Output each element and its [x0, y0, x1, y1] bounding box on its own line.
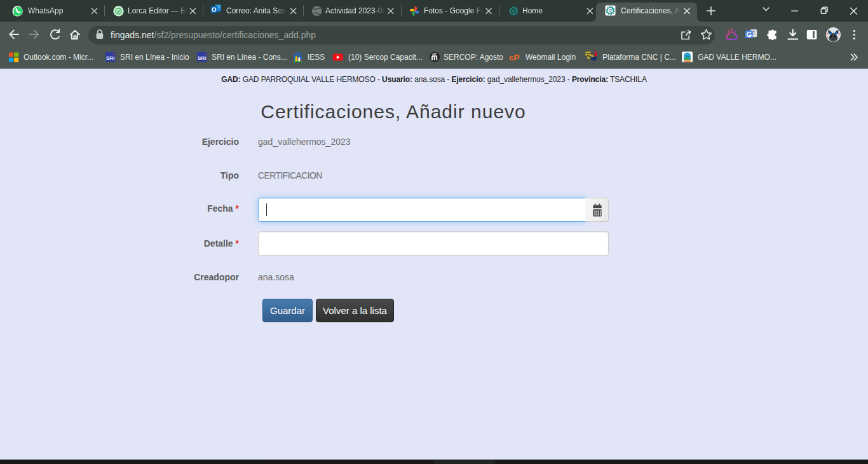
svg-text:SRi: SRi: [198, 55, 206, 61]
svg-text:SRi: SRi: [106, 55, 114, 61]
svg-text:cP: cP: [509, 53, 520, 62]
